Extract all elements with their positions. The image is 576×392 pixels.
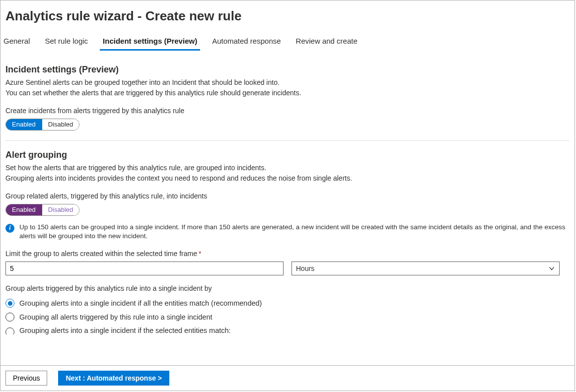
tab-incident-settings[interactable]: Incident settings (Preview) (100, 33, 200, 50)
alert-grouping-desc-2: Grouping alerts into incidents provides … (5, 174, 570, 183)
alert-grouping-desc-1: Set how the alerts that are triggered by… (5, 163, 570, 173)
content-area: Incident settings (Preview) Azure Sentin… (0, 51, 575, 381)
limit-unit-value: Hours (296, 264, 314, 272)
alert-grouping-heading: Alert grouping (5, 150, 570, 160)
radio-icon (5, 299, 14, 308)
next-button[interactable]: Next : Automated response > (58, 371, 169, 386)
footer-bar: Previous Next : Automated response > (0, 365, 575, 391)
required-asterisk: * (199, 250, 201, 258)
group-related-toggle[interactable]: Enabled Disabled (5, 204, 79, 216)
incident-settings-desc-2: You can set whether the alerts that are … (5, 88, 570, 98)
limit-unit-select[interactable]: Hours (291, 261, 560, 275)
tab-review-and-create[interactable]: Review and create (293, 33, 360, 50)
info-icon: i (5, 224, 14, 233)
group-by-label: Group alerts triggered by this analytics… (5, 284, 570, 292)
radio-label: Grouping alerts into a single incident i… (19, 299, 262, 307)
radio-icon (5, 313, 14, 322)
tab-set-rule-logic[interactable]: Set rule logic (42, 33, 91, 50)
create-incidents-label: Create incidents from alerts triggered b… (5, 107, 570, 115)
group-related-label: Group related alerts, triggered by this … (5, 192, 570, 200)
chevron-down-icon (548, 265, 555, 272)
previous-button[interactable]: Previous (5, 371, 47, 386)
radio-all-alerts[interactable]: Grouping all alerts triggered by this ru… (5, 310, 570, 324)
limit-value-input[interactable] (5, 261, 284, 275)
radio-label: Grouping all alerts triggered by this ru… (19, 313, 213, 321)
tab-automated-response[interactable]: Automated response (209, 33, 284, 50)
toggle-enabled[interactable]: Enabled (6, 119, 42, 130)
tab-bar: General Set rule logic Incident settings… (0, 33, 575, 51)
radio-selected-entities[interactable]: Grouping alerts into a single incident i… (5, 324, 570, 334)
incident-settings-heading: Incident settings (Preview) (5, 65, 570, 75)
limit-timeframe-label: Limit the group to alerts created within… (5, 250, 570, 258)
toggle-disabled[interactable]: Disabled (42, 119, 79, 130)
toggle-enabled[interactable]: Enabled (6, 204, 42, 215)
radio-icon (5, 327, 14, 334)
radio-entities-match[interactable]: Grouping alerts into a single incident i… (5, 296, 570, 310)
incident-settings-desc-1: Azure Sentinel alerts can be grouped tog… (5, 78, 570, 87)
page-title: Analytics rule wizard - Create new rule (0, 0, 575, 33)
section-divider (5, 140, 570, 141)
create-incidents-toggle[interactable]: Enabled Disabled (5, 119, 79, 131)
toggle-disabled[interactable]: Disabled (42, 204, 79, 215)
alert-limit-info: Up to 150 alerts can be grouped into a s… (19, 223, 566, 241)
group-by-radio-group: Grouping alerts into a single incident i… (5, 296, 570, 334)
tab-general[interactable]: General (0, 33, 33, 50)
radio-label: Grouping alerts into a single incident i… (19, 327, 231, 334)
